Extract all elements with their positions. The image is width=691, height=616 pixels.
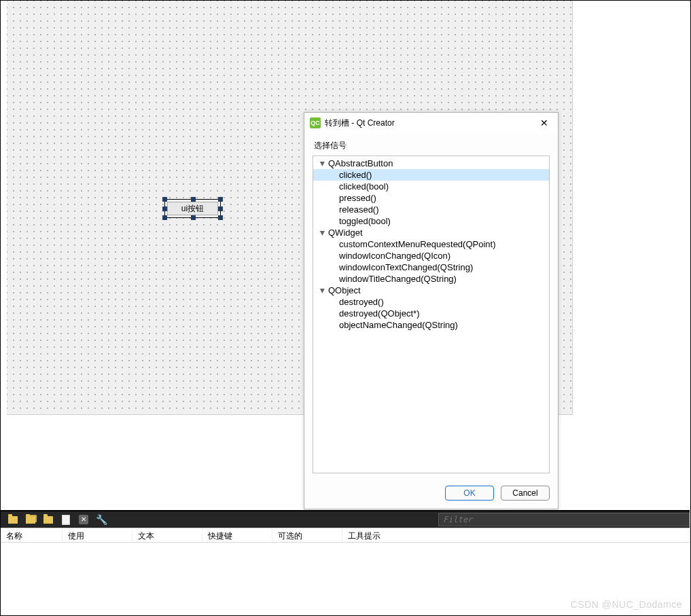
- tree-signal[interactable]: destroyed(): [313, 296, 549, 308]
- delete-icon[interactable]: ✕: [78, 514, 89, 525]
- signal-tree[interactable]: ▶QAbstractButtonclicked()clicked(bool)pr…: [313, 156, 550, 473]
- close-icon[interactable]: ✕: [535, 115, 554, 130]
- column-header-cell[interactable]: 使用: [63, 528, 132, 542]
- tree-signal[interactable]: windowIconChanged(QIcon): [313, 250, 549, 261]
- chevron-down-icon: ▶: [319, 287, 326, 295]
- tree-signal[interactable]: clicked(bool): [313, 181, 549, 192]
- ok-button[interactable]: OK: [445, 486, 494, 501]
- select-signal-label: 选择信号: [314, 140, 550, 151]
- qtcreator-icon: QC: [310, 117, 321, 128]
- tree-class[interactable]: ▶QAbstractButton: [313, 158, 549, 169]
- column-header-cell[interactable]: 文本: [132, 528, 202, 542]
- form-button[interactable]: ui按钮: [167, 202, 218, 215]
- column-header-cell[interactable]: 快捷键: [202, 528, 272, 542]
- tree-class-label: QAbstractButton: [328, 158, 393, 168]
- column-header-cell[interactable]: 工具提示: [342, 528, 690, 542]
- tree-class-label: QWidget: [328, 228, 363, 238]
- tree-signal[interactable]: windowTitleChanged(QString): [313, 273, 549, 285]
- filter-input[interactable]: [442, 514, 686, 525]
- dialog-title: 转到槽 - Qt Creator: [325, 117, 535, 129]
- tree-signal[interactable]: toggled(bool): [313, 215, 549, 227]
- go-to-slot-dialog: QC 转到槽 - Qt Creator ✕ 选择信号 ▶QAbstractBut…: [304, 112, 559, 509]
- folder-icon[interactable]: [43, 514, 54, 525]
- filter-field[interactable]: [438, 513, 690, 526]
- action-columns: 名称使用文本快捷键可选的工具提示: [1, 528, 690, 543]
- tree-signal[interactable]: objectNameChanged(QString): [313, 319, 549, 331]
- new-folder-icon[interactable]: [7, 514, 18, 525]
- chevron-down-icon: ▶: [319, 160, 326, 168]
- tree-signal[interactable]: windowIconTextChanged(QString): [313, 261, 549, 273]
- chevron-down-icon: ▶: [319, 229, 326, 237]
- tree-class[interactable]: ▶QObject: [313, 285, 549, 296]
- tree-signal[interactable]: pressed(): [313, 192, 549, 204]
- action-toolbar: ✕ 🔧: [1, 510, 690, 528]
- tree-signal[interactable]: customContextMenuRequested(QPoint): [313, 238, 549, 250]
- document-icon[interactable]: [60, 514, 71, 525]
- tree-signal[interactable]: clicked(): [313, 169, 549, 181]
- tree-signal[interactable]: destroyed(QObject*): [313, 308, 549, 319]
- column-header-cell[interactable]: 名称: [1, 528, 63, 542]
- wrench-icon[interactable]: 🔧: [96, 514, 107, 525]
- column-header-cell[interactable]: 可选的: [272, 528, 342, 542]
- watermark: CSDN @NUC_Dodamce: [571, 599, 682, 610]
- cancel-button[interactable]: Cancel: [501, 486, 550, 501]
- tree-class[interactable]: ▶QWidget: [313, 227, 549, 238]
- tree-signal[interactable]: released(): [313, 204, 549, 215]
- tree-class-label: QObject: [328, 285, 361, 295]
- open-folder-icon[interactable]: [25, 514, 36, 525]
